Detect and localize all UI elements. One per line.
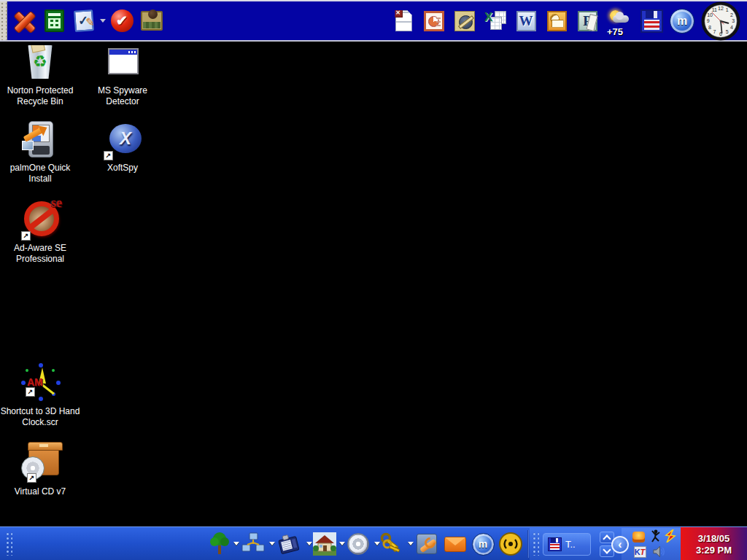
dropdown-arrow-icon[interactable]: [306, 542, 312, 545]
svg-text:2: 2: [730, 12, 733, 17]
desktop-icon-norton-recycle-bin[interactable]: ♻ Norton Protected Recycle Bin: [0, 42, 81, 107]
backup-floppy-icon[interactable]: [639, 8, 664, 34]
desktop-icon-ms-spyware-detector[interactable]: MS Spyware Detector: [82, 42, 163, 107]
taskbar-drag-handle[interactable]: [6, 532, 12, 556]
taskbar: m T.. ‹: [0, 526, 747, 560]
tray-date: 3/18/05: [698, 533, 729, 544]
shortcut-arrow-icon: ↗: [27, 473, 36, 483]
shortcut-arrow-icon: ↗: [104, 151, 113, 160]
maxthon-browser-icon[interactable]: m: [670, 8, 694, 34]
window-app-icon: [102, 42, 143, 83]
svg-text:5: 5: [726, 29, 729, 34]
taskbar-separator: [527, 530, 529, 558]
tray-time: 3:29 PM: [696, 545, 732, 556]
dropdown-arrow-icon[interactable]: [374, 542, 380, 545]
dropdown-arrow-icon[interactable]: [100, 19, 106, 23]
dropdown-arrow-icon[interactable]: [233, 542, 239, 545]
svg-text:8: 8: [708, 25, 711, 30]
keys-icon[interactable]: [380, 532, 403, 556]
taskbar-window-button-label: T..: [565, 539, 576, 550]
cloud-icon: [613, 15, 629, 23]
collapse-tray-chevron[interactable]: ‹: [611, 536, 629, 553]
toolbar-drag-handle[interactable]: [0, 1, 7, 40]
desktop: ✓✎ ✔ ✕ X W P +75 m: [0, 0, 747, 560]
desktop-icon-label: Norton Protected Recycle Bin: [0, 85, 81, 107]
desktop-icon-label: MS Spyware Detector: [82, 85, 163, 107]
taskbar-buttons-zone: T..: [530, 528, 622, 560]
task-checkbox-pencil-icon[interactable]: ✓✎: [71, 8, 96, 34]
sun-tray-icon[interactable]: [632, 530, 645, 543]
recycle-symbol-icon: ♻: [27, 54, 53, 70]
svg-text:7: 7: [713, 29, 716, 34]
svg-text:9: 9: [707, 18, 710, 23]
document-icon[interactable]: ✕: [391, 8, 416, 34]
taskbar-window-button[interactable]: T..: [543, 533, 591, 556]
shortcut-arrow-icon: ↗: [26, 387, 35, 397]
top-toolbar: ✓✎ ✔ ✕ X W P +75 m: [0, 0, 747, 42]
close-x-icon[interactable]: [12, 8, 36, 34]
excel-icon[interactable]: X: [483, 8, 508, 34]
dropdown-arrow-icon[interactable]: [408, 542, 414, 545]
desktop-icon-label: Shortcut to 3D Hand Clock.scr: [0, 406, 81, 428]
powerpoint-icon[interactable]: [422, 8, 446, 34]
red-checkmark-ball-icon[interactable]: ✔: [109, 8, 134, 34]
analog-clock-face: 121234567891011: [701, 1, 740, 41]
radio-signal-icon[interactable]: [499, 532, 522, 556]
toolbar-right-group: ✕ X W P +75 m 121234567891011: [391, 1, 741, 40]
speaker-tray-icon[interactable]: [652, 545, 665, 558]
desktop-icon-3d-hand-clock[interactable]: AM ↗ Shortcut to 3D Hand Clock.scr: [0, 363, 81, 428]
organizer-device-icon[interactable]: [276, 532, 300, 556]
maxthon-browser-icon[interactable]: m: [471, 532, 495, 556]
analog-clock-icon[interactable]: 121234567891011: [700, 2, 741, 40]
toolbar-left-group: ✓✎ ✔: [12, 1, 164, 40]
desktop-icon-label: palmOne Quick Install: [0, 163, 81, 184]
mappoint-globe-icon[interactable]: [452, 8, 477, 34]
weather-sun-cloud-icon[interactable]: +75: [605, 8, 633, 34]
pda-sync-icon: [20, 120, 61, 160]
network-computers-icon[interactable]: [241, 532, 265, 556]
desktop-icon-label: XoftSpy: [82, 163, 163, 174]
desktop-icon-virtual-cd[interactable]: ↗ Virtual CD v7: [0, 443, 81, 497]
svg-text:3: 3: [732, 18, 735, 23]
system-tray: ‹ KT: [622, 528, 681, 560]
publisher-icon[interactable]: P: [575, 8, 600, 34]
floppy-save-icon: [548, 537, 562, 551]
desktop-icon-label: Virtual CD v7: [0, 486, 81, 497]
svg-text:1: 1: [726, 7, 729, 12]
dancer-tray-icon[interactable]: [649, 529, 662, 542]
3d-clock-icon: AM ↗: [20, 363, 61, 404]
tree-icon[interactable]: [208, 532, 231, 556]
mail-envelope-icon[interactable]: [444, 532, 467, 556]
house-icon[interactable]: [313, 532, 336, 556]
svg-text:10: 10: [707, 12, 713, 17]
dropdown-arrow-icon[interactable]: [339, 542, 345, 545]
calculator-icon[interactable]: [42, 8, 66, 34]
outlook-icon[interactable]: [544, 8, 569, 34]
blue-sphere-x-icon: X ↗: [102, 120, 143, 160]
tray-clock[interactable]: 3/18/05 3:29 PM: [681, 527, 747, 560]
toybox-teddy-icon[interactable]: [139, 8, 164, 34]
tools-wrench-icon[interactable]: [415, 532, 438, 556]
word-icon[interactable]: W: [514, 8, 538, 34]
no-ads-circle-icon: se ↗: [20, 200, 61, 241]
cd-box-icon: ↗: [20, 443, 61, 484]
svg-text:4: 4: [730, 25, 733, 30]
desktop-icon-xoftspy[interactable]: X ↗ XoftSpy: [82, 120, 163, 174]
kt-tray-icon[interactable]: KT: [633, 545, 646, 559]
cd-disc-icon[interactable]: [347, 532, 370, 556]
svg-text:12: 12: [718, 6, 724, 11]
svg-text:11: 11: [712, 7, 717, 12]
dropdown-arrow-icon[interactable]: [269, 542, 275, 545]
shortcut-arrow-icon: ↗: [21, 231, 31, 241]
recycle-bin-icon: ♻: [20, 42, 61, 83]
buttons-zone-drag-handle[interactable]: [533, 532, 539, 556]
temperature-badge: +75: [607, 26, 623, 37]
desktop-icon-palmone-quick-install[interactable]: palmOne Quick Install: [0, 120, 81, 184]
desktop-icon-label: Ad-Aware SE Professional: [0, 243, 81, 265]
lightning-tray-icon[interactable]: [664, 529, 677, 542]
desktop-icon-ad-aware-se[interactable]: se ↗ Ad-Aware SE Professional: [0, 200, 81, 265]
